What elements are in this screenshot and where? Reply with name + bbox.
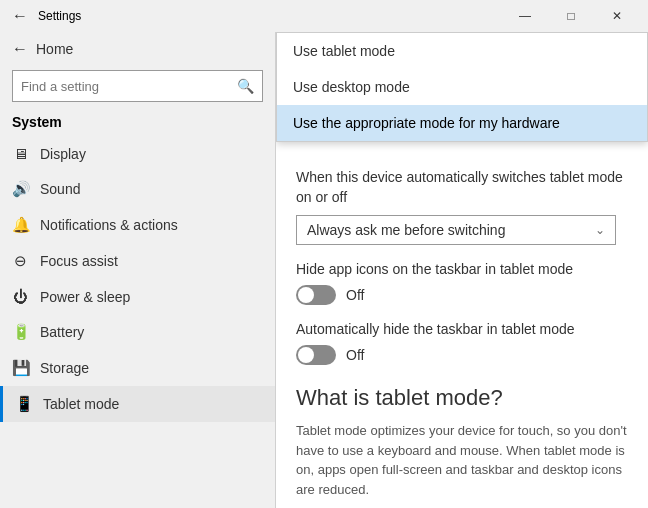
info-text: Tablet mode optimizes your device for to…: [296, 421, 628, 499]
search-icon: 🔍: [237, 78, 254, 94]
dropdown-option-tablet[interactable]: Use tablet mode: [277, 33, 647, 69]
sidebar-item-storage-label: Storage: [40, 360, 89, 376]
search-input[interactable]: [21, 79, 231, 94]
notifications-icon: 🔔: [12, 216, 28, 234]
hide-icons-state: Off: [346, 287, 364, 303]
sidebar-item-battery-label: Battery: [40, 324, 84, 340]
hide-icons-section: Hide app icons on the taskbar in tablet …: [296, 261, 628, 305]
sidebar-item-display[interactable]: 🖥 Display: [0, 136, 275, 171]
hide-taskbar-toggle[interactable]: [296, 345, 336, 365]
close-button[interactable]: ✕: [594, 0, 640, 32]
hide-taskbar-toggle-row: Off: [296, 345, 628, 365]
hide-icons-toggle-row: Off: [296, 285, 628, 305]
content-area: Use tablet mode Use desktop mode Use the…: [276, 32, 648, 508]
sidebar-home-label: Home: [36, 41, 73, 57]
dropdown-option-desktop[interactable]: Use desktop mode: [277, 69, 647, 105]
sidebar-back-icon: ←: [12, 40, 28, 58]
titlebar-left: ← Settings: [12, 7, 81, 25]
sidebar-section-title: System: [0, 110, 275, 136]
sidebar-item-tablet-label: Tablet mode: [43, 396, 119, 412]
sidebar-items: 🖥 Display 🔊 Sound 🔔 Notifications & acti…: [0, 136, 275, 422]
hide-taskbar-section: Automatically hide the taskbar in tablet…: [296, 321, 628, 365]
display-icon: 🖥: [12, 145, 28, 162]
info-title: What is tablet mode?: [296, 385, 628, 411]
focus-icon: ⊖: [12, 252, 28, 270]
dropdown-overlay: Use tablet mode Use desktop mode Use the…: [276, 32, 648, 142]
search-box[interactable]: 🔍: [12, 70, 263, 102]
info-section: What is tablet mode? Tablet mode optimiz…: [296, 385, 628, 499]
hide-icons-toggle[interactable]: [296, 285, 336, 305]
sidebar: ← Home 🔍 System 🖥 Display 🔊 Sound 🔔 Noti…: [0, 32, 275, 508]
sidebar-item-storage[interactable]: 💾 Storage: [0, 350, 275, 386]
content-body: When this device automatically switches …: [276, 152, 648, 508]
sidebar-item-focus[interactable]: ⊖ Focus assist: [0, 243, 275, 279]
sidebar-item-notifications-label: Notifications & actions: [40, 217, 178, 233]
titlebar: ← Settings — □ ✕: [0, 0, 648, 32]
sidebar-item-power-label: Power & sleep: [40, 289, 130, 305]
sidebar-item-sound-label: Sound: [40, 181, 80, 197]
switch-label: When this device automatically switches …: [296, 168, 628, 207]
titlebar-controls: — □ ✕: [502, 0, 640, 32]
battery-icon: 🔋: [12, 323, 28, 341]
tablet-icon: 📱: [15, 395, 31, 413]
switch-dropdown[interactable]: Always ask me before switching ⌄: [296, 215, 616, 245]
sidebar-item-battery[interactable]: 🔋 Battery: [0, 314, 275, 350]
hide-taskbar-state: Off: [346, 347, 364, 363]
titlebar-title: Settings: [38, 9, 81, 23]
sidebar-item-power[interactable]: ⏻ Power & sleep: [0, 279, 275, 314]
hide-taskbar-label: Automatically hide the taskbar in tablet…: [296, 321, 628, 337]
sidebar-item-focus-label: Focus assist: [40, 253, 118, 269]
dropdown-option-appropriate[interactable]: Use the appropriate mode for my hardware: [277, 105, 647, 141]
maximize-button[interactable]: □: [548, 0, 594, 32]
power-icon: ⏻: [12, 288, 28, 305]
storage-icon: 💾: [12, 359, 28, 377]
sidebar-back-nav[interactable]: ← Home: [0, 32, 275, 66]
switch-value: Always ask me before switching: [307, 222, 505, 238]
sound-icon: 🔊: [12, 180, 28, 198]
main-layout: ← Home 🔍 System 🖥 Display 🔊 Sound 🔔 Noti…: [0, 32, 648, 508]
sidebar-item-tablet[interactable]: 📱 Tablet mode: [0, 386, 275, 422]
minimize-button[interactable]: —: [502, 0, 548, 32]
switch-chevron-icon: ⌄: [595, 223, 605, 237]
sidebar-item-display-label: Display: [40, 146, 86, 162]
hide-icons-label: Hide app icons on the taskbar in tablet …: [296, 261, 628, 277]
sidebar-item-sound[interactable]: 🔊 Sound: [0, 171, 275, 207]
back-arrow-icon[interactable]: ←: [12, 7, 28, 25]
sidebar-item-notifications[interactable]: 🔔 Notifications & actions: [0, 207, 275, 243]
